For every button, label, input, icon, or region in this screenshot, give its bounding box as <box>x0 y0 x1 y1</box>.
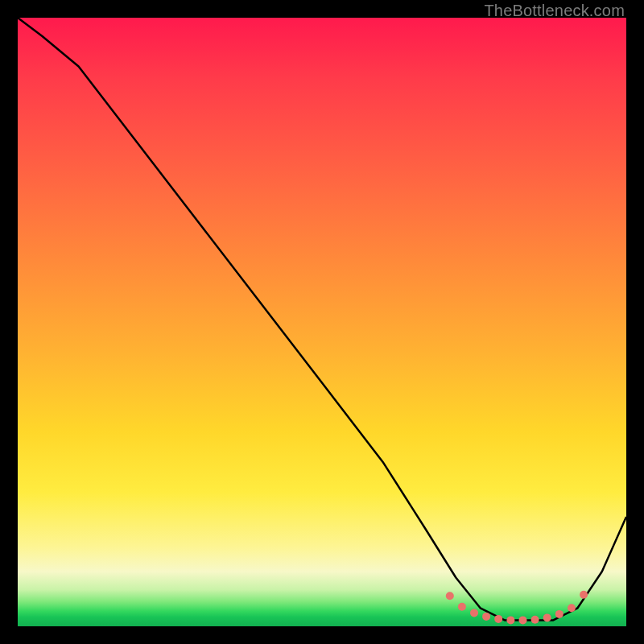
flat-region-dot <box>519 616 527 624</box>
flat-region-dot <box>506 616 514 624</box>
chart-svg <box>18 18 626 626</box>
chart-frame: TheBottleneck.com <box>0 0 644 644</box>
flat-region-dot <box>531 616 539 624</box>
curve-layer <box>18 18 626 620</box>
flat-region-dot <box>543 613 551 621</box>
flat-region-dot <box>470 609 478 617</box>
flat-region-dot <box>580 591 588 599</box>
flat-region-dot <box>555 610 564 618</box>
flat-region-dot <box>458 603 466 611</box>
flat-region-dot <box>482 613 490 621</box>
bottleneck-curve <box>18 18 626 620</box>
marker-layer <box>446 591 588 625</box>
flat-region-dot <box>568 604 576 612</box>
flat-region-dot <box>494 615 502 623</box>
plot-area <box>18 18 626 626</box>
watermark-text: TheBottleneck.com <box>484 2 625 20</box>
flat-region-dot <box>446 592 454 600</box>
